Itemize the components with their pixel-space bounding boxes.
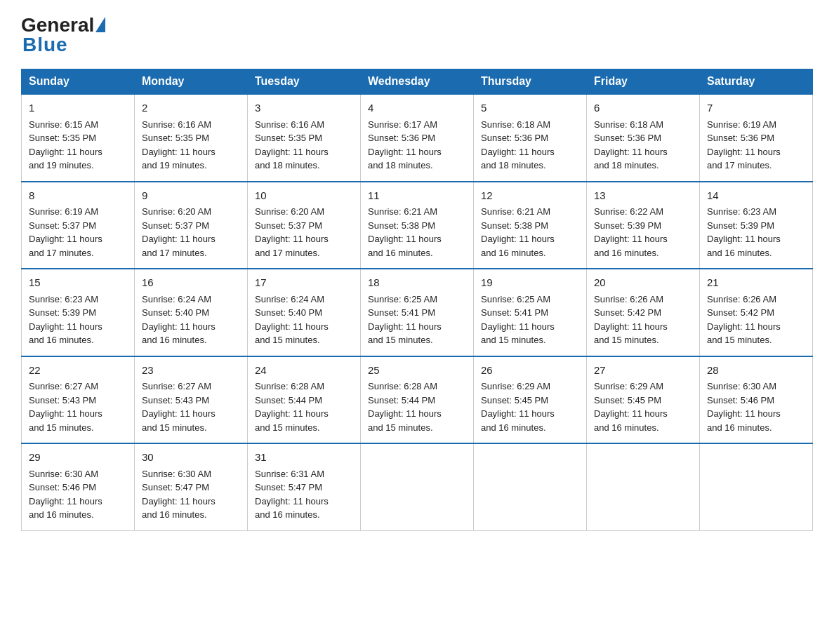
calendar-cell: 17Sunrise: 6:24 AMSunset: 5:40 PMDayligh… (248, 269, 361, 356)
calendar-cell: 30Sunrise: 6:30 AMSunset: 5:47 PMDayligh… (135, 443, 248, 530)
weekday-header-sunday: Sunday (22, 69, 135, 95)
day-info: Sunrise: 6:16 AMSunset: 5:35 PMDaylight:… (255, 119, 329, 171)
weekday-header-tuesday: Tuesday (248, 69, 361, 95)
calendar-cell: 21Sunrise: 6:26 AMSunset: 5:42 PMDayligh… (700, 269, 813, 356)
day-number: 2 (142, 100, 240, 116)
logo: General Blue (21, 14, 105, 56)
day-number: 31 (255, 450, 353, 466)
day-info: Sunrise: 6:26 AMSunset: 5:42 PMDaylight:… (594, 294, 668, 346)
day-number: 5 (481, 100, 579, 116)
day-info: Sunrise: 6:31 AMSunset: 5:47 PMDaylight:… (255, 469, 329, 521)
calendar-cell: 5Sunrise: 6:18 AMSunset: 5:36 PMDaylight… (474, 94, 587, 182)
day-number: 25 (368, 363, 466, 379)
day-info: Sunrise: 6:26 AMSunset: 5:42 PMDaylight:… (707, 294, 781, 346)
day-number: 8 (29, 188, 127, 204)
day-number: 20 (594, 275, 692, 291)
calendar-cell (700, 443, 813, 530)
day-number: 21 (707, 275, 805, 291)
calendar-table: SundayMondayTuesdayWednesdayThursdayFrid… (21, 69, 813, 531)
day-number: 3 (255, 100, 353, 116)
calendar-cell: 31Sunrise: 6:31 AMSunset: 5:47 PMDayligh… (248, 443, 361, 530)
day-info: Sunrise: 6:19 AMSunset: 5:36 PMDaylight:… (707, 119, 781, 171)
weekday-header-thursday: Thursday (474, 69, 587, 95)
calendar-cell: 16Sunrise: 6:24 AMSunset: 5:40 PMDayligh… (135, 269, 248, 356)
day-info: Sunrise: 6:30 AMSunset: 5:47 PMDaylight:… (142, 469, 216, 521)
day-number: 1 (29, 100, 127, 116)
calendar-cell: 15Sunrise: 6:23 AMSunset: 5:39 PMDayligh… (22, 269, 135, 356)
calendar-cell: 8Sunrise: 6:19 AMSunset: 5:37 PMDaylight… (22, 182, 135, 269)
calendar-cell: 3Sunrise: 6:16 AMSunset: 5:35 PMDaylight… (248, 94, 361, 182)
day-number: 10 (255, 188, 353, 204)
day-info: Sunrise: 6:25 AMSunset: 5:41 PMDaylight:… (481, 294, 555, 346)
day-info: Sunrise: 6:19 AMSunset: 5:37 PMDaylight:… (29, 206, 102, 258)
weekday-header-monday: Monday (135, 69, 248, 95)
day-number: 23 (142, 363, 240, 379)
day-info: Sunrise: 6:18 AMSunset: 5:36 PMDaylight:… (594, 119, 668, 171)
day-number: 26 (481, 363, 579, 379)
calendar-week-4: 22Sunrise: 6:27 AMSunset: 5:43 PMDayligh… (22, 356, 813, 444)
calendar-cell: 14Sunrise: 6:23 AMSunset: 5:39 PMDayligh… (700, 182, 813, 269)
page-header: General Blue (21, 14, 813, 56)
day-info: Sunrise: 6:21 AMSunset: 5:38 PMDaylight:… (368, 206, 442, 258)
day-info: Sunrise: 6:27 AMSunset: 5:43 PMDaylight:… (142, 381, 216, 433)
logo-triangle-icon (95, 17, 105, 32)
calendar-cell: 28Sunrise: 6:30 AMSunset: 5:46 PMDayligh… (700, 356, 813, 444)
weekday-header-wednesday: Wednesday (361, 69, 474, 95)
day-info: Sunrise: 6:15 AMSunset: 5:35 PMDaylight:… (29, 119, 102, 171)
calendar-cell: 27Sunrise: 6:29 AMSunset: 5:45 PMDayligh… (587, 356, 700, 444)
calendar-cell: 23Sunrise: 6:27 AMSunset: 5:43 PMDayligh… (135, 356, 248, 444)
calendar-week-2: 8Sunrise: 6:19 AMSunset: 5:37 PMDaylight… (22, 182, 813, 269)
day-info: Sunrise: 6:20 AMSunset: 5:37 PMDaylight:… (255, 206, 329, 258)
day-number: 19 (481, 275, 579, 291)
day-info: Sunrise: 6:28 AMSunset: 5:44 PMDaylight:… (255, 381, 329, 433)
day-number: 30 (142, 450, 240, 466)
calendar-cell: 13Sunrise: 6:22 AMSunset: 5:39 PMDayligh… (587, 182, 700, 269)
calendar-cell (474, 443, 587, 530)
logo-blue-text: Blue (22, 34, 68, 56)
calendar-week-5: 29Sunrise: 6:30 AMSunset: 5:46 PMDayligh… (22, 443, 813, 530)
calendar-cell: 24Sunrise: 6:28 AMSunset: 5:44 PMDayligh… (248, 356, 361, 444)
weekday-header-saturday: Saturday (700, 69, 813, 95)
day-number: 11 (368, 188, 466, 204)
day-info: Sunrise: 6:29 AMSunset: 5:45 PMDaylight:… (481, 381, 555, 433)
calendar-cell: 25Sunrise: 6:28 AMSunset: 5:44 PMDayligh… (361, 356, 474, 444)
day-number: 18 (368, 275, 466, 291)
day-info: Sunrise: 6:18 AMSunset: 5:36 PMDaylight:… (481, 119, 555, 171)
calendar-cell: 6Sunrise: 6:18 AMSunset: 5:36 PMDaylight… (587, 94, 700, 182)
day-info: Sunrise: 6:23 AMSunset: 5:39 PMDaylight:… (29, 294, 102, 346)
calendar-cell: 22Sunrise: 6:27 AMSunset: 5:43 PMDayligh… (22, 356, 135, 444)
day-number: 9 (142, 188, 240, 204)
day-number: 17 (255, 275, 353, 291)
day-info: Sunrise: 6:24 AMSunset: 5:40 PMDaylight:… (142, 294, 216, 346)
day-number: 22 (29, 363, 127, 379)
calendar-cell: 1Sunrise: 6:15 AMSunset: 5:35 PMDaylight… (22, 94, 135, 182)
day-info: Sunrise: 6:29 AMSunset: 5:45 PMDaylight:… (594, 381, 668, 433)
calendar-cell: 2Sunrise: 6:16 AMSunset: 5:35 PMDaylight… (135, 94, 248, 182)
calendar-cell (587, 443, 700, 530)
calendar-cell: 7Sunrise: 6:19 AMSunset: 5:36 PMDaylight… (700, 94, 813, 182)
calendar-cell: 18Sunrise: 6:25 AMSunset: 5:41 PMDayligh… (361, 269, 474, 356)
day-number: 15 (29, 275, 127, 291)
day-number: 13 (594, 188, 692, 204)
day-info: Sunrise: 6:28 AMSunset: 5:44 PMDaylight:… (368, 381, 442, 433)
day-number: 24 (255, 363, 353, 379)
calendar-week-3: 15Sunrise: 6:23 AMSunset: 5:39 PMDayligh… (22, 269, 813, 356)
day-info: Sunrise: 6:21 AMSunset: 5:38 PMDaylight:… (481, 206, 555, 258)
day-info: Sunrise: 6:20 AMSunset: 5:37 PMDaylight:… (142, 206, 216, 258)
day-info: Sunrise: 6:27 AMSunset: 5:43 PMDaylight:… (29, 381, 102, 433)
day-info: Sunrise: 6:23 AMSunset: 5:39 PMDaylight:… (707, 206, 781, 258)
day-number: 29 (29, 450, 127, 466)
day-number: 4 (368, 100, 466, 116)
calendar-cell: 4Sunrise: 6:17 AMSunset: 5:36 PMDaylight… (361, 94, 474, 182)
weekday-header-friday: Friday (587, 69, 700, 95)
day-number: 7 (707, 100, 805, 116)
calendar-cell: 20Sunrise: 6:26 AMSunset: 5:42 PMDayligh… (587, 269, 700, 356)
day-info: Sunrise: 6:24 AMSunset: 5:40 PMDaylight:… (255, 294, 329, 346)
weekday-header-row: SundayMondayTuesdayWednesdayThursdayFrid… (22, 69, 813, 95)
day-info: Sunrise: 6:30 AMSunset: 5:46 PMDaylight:… (29, 469, 102, 521)
day-info: Sunrise: 6:17 AMSunset: 5:36 PMDaylight:… (368, 119, 442, 171)
day-info: Sunrise: 6:22 AMSunset: 5:39 PMDaylight:… (594, 206, 668, 258)
calendar-cell: 11Sunrise: 6:21 AMSunset: 5:38 PMDayligh… (361, 182, 474, 269)
day-number: 28 (707, 363, 805, 379)
calendar-cell (361, 443, 474, 530)
